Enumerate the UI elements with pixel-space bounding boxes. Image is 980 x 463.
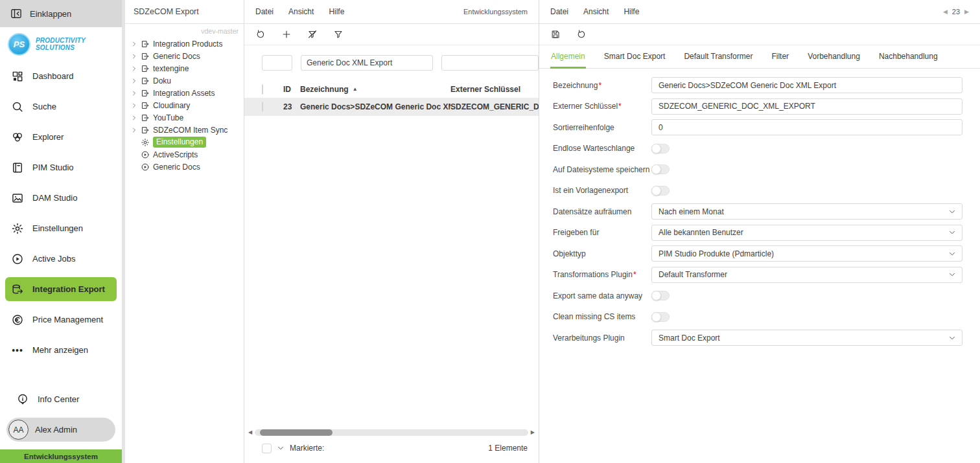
tree-node-youtube[interactable]: YouTube: [131, 111, 244, 124]
endlose-warteschlange-toggle[interactable]: [651, 144, 670, 153]
scrollbar-thumb[interactable]: [260, 429, 332, 436]
add-button[interactable]: [281, 29, 292, 40]
tab-filter[interactable]: Filter: [771, 49, 789, 69]
tree-node-textengine[interactable]: textengine: [131, 62, 244, 74]
tree-node-activescripts[interactable]: ActiveScripts: [131, 148, 244, 161]
scroll-left-arrow[interactable]: ◀: [248, 430, 252, 435]
chevron-right-icon[interactable]: [131, 115, 137, 121]
tab-nachbehandlung[interactable]: Nachbehandlung: [878, 49, 939, 69]
chevron-right-icon[interactable]: [131, 78, 137, 84]
tree-node-doku[interactable]: Doku: [131, 74, 244, 87]
sidebar-item-price-management[interactable]: Price Management: [5, 304, 117, 335]
field-label-text: Endlose Warteschlange: [553, 144, 635, 153]
form-row-ist-ein-vorlagenexport: Ist ein Vorlagenexport: [553, 183, 962, 199]
column-header-bezeichnung[interactable]: Bezeichnung ▲: [300, 85, 450, 94]
freigeben-fuer-select[interactable]: Alle bekannten Benutzer: [651, 225, 962, 241]
sidebar-item-dam-studio[interactable]: DAM Studio: [5, 183, 117, 213]
detail-menubar: Datei Ansicht Hilfe ◀ 23 ▶: [539, 0, 980, 24]
sidebar-item-label: Mehr anzeigen: [32, 345, 88, 355]
menu-ansicht[interactable]: Ansicht: [288, 7, 314, 16]
book-icon: [11, 161, 24, 174]
menu-hilfe[interactable]: Hilfe: [329, 7, 344, 16]
column-header-id[interactable]: ID: [283, 85, 300, 94]
tab-default-transformer[interactable]: Default Transformer: [683, 49, 753, 69]
tab-smart-doc-export[interactable]: Smart Doc Export: [603, 49, 666, 69]
filter-bezeichnung-input[interactable]: [301, 55, 433, 71]
sidebar-item-info-center[interactable]: Info Center: [10, 384, 111, 414]
list-menubar: Datei Ansicht Hilfe Entwicklungssystem: [244, 0, 539, 24]
sidebar-item-integration-export[interactable]: Integration Export: [5, 277, 117, 301]
scrollbar-track[interactable]: [255, 429, 528, 436]
chevron-down-icon[interactable]: [277, 444, 285, 452]
tree-node-label: Generic Docs: [153, 52, 200, 61]
chevron-right-icon[interactable]: [131, 53, 137, 60]
previous-record-icon[interactable]: ◀: [943, 8, 948, 15]
chevron-right-icon[interactable]: [131, 127, 137, 133]
form-row-clean-missing-cs-items: Clean missing CS items: [553, 309, 962, 325]
horizontal-scrollbar[interactable]: ◀ ▶: [248, 428, 535, 437]
filter-id-input[interactable]: [262, 55, 292, 71]
ist-ein-vorlagenexport-toggle[interactable]: [651, 186, 670, 196]
tree-node-generic-docs[interactable]: Generic Docs: [131, 50, 244, 62]
datensaetze-aufraeumen-select[interactable]: Nach einem Monat: [651, 203, 962, 220]
export-node-icon: [141, 64, 150, 73]
user-menu[interactable]: AA Alex Admin: [6, 418, 115, 442]
sort-ascending-icon: ▲: [353, 86, 358, 92]
filter-button[interactable]: [333, 29, 344, 40]
next-record-icon[interactable]: ▶: [964, 8, 969, 15]
toggle-knob: [651, 164, 661, 174]
field-label-text: Datensätze aufräumen: [553, 207, 631, 216]
externer-schluessel-input[interactable]: [651, 98, 962, 115]
tree-node-integration-products[interactable]: Integration Products: [131, 38, 244, 50]
toggle-knob: [651, 144, 661, 153]
filter-externer-schluessel-input[interactable]: [441, 55, 539, 71]
chevron-right-icon[interactable]: [131, 102, 137, 109]
menu-datei[interactable]: Datei: [550, 7, 568, 16]
chevron-right-icon[interactable]: [131, 41, 137, 47]
chevron-right-icon[interactable]: [131, 90, 137, 96]
verarbeitungs-plugin-select[interactable]: Smart Doc Export: [651, 330, 962, 346]
sidebar-item-einstellungen[interactable]: Einstellungen: [5, 213, 117, 243]
chevron-down-icon: [948, 229, 956, 236]
scroll-right-arrow[interactable]: ▶: [531, 430, 535, 435]
tree-node-label: Integration Assets: [153, 89, 215, 98]
branch-name: vdev-master: [125, 24, 244, 36]
menu-hilfe[interactable]: Hilfe: [624, 7, 639, 16]
sidebar-item-mehr-anzeigen[interactable]: ••• Mehr anzeigen: [5, 335, 117, 365]
sortierreihenfolge-input[interactable]: [651, 119, 962, 135]
bezeichnung-input[interactable]: [651, 77, 962, 93]
tree-node-integration-assets[interactable]: Integration Assets: [131, 87, 244, 99]
tree-node-generic-docs-script[interactable]: Generic Docs: [131, 161, 244, 173]
clear-filter-button[interactable]: [307, 29, 318, 40]
objekttyp-select[interactable]: PIM Studio Produkte (Pdmarticle): [651, 245, 962, 262]
sidebar-item-dashboard[interactable]: Dashboard: [5, 61, 117, 91]
clean-missing-cs-items-toggle[interactable]: [651, 312, 670, 322]
sidebar-item-active-jobs[interactable]: Active Jobs: [5, 243, 117, 274]
tab-vorbehandlung[interactable]: Vorbehandlung: [807, 49, 861, 69]
sidebar-item-suche[interactable]: Suche: [5, 91, 117, 122]
save-button[interactable]: [550, 29, 561, 40]
export-same-data-anyway-toggle[interactable]: [651, 291, 670, 300]
row-checkbox[interactable]: [262, 102, 263, 112]
tree-node-einstellungen[interactable]: Einstellungen: [131, 136, 244, 148]
tab-allgemein[interactable]: Allgemein: [550, 49, 586, 69]
refresh-button[interactable]: [255, 29, 266, 40]
marked-checkbox[interactable]: [262, 444, 272, 453]
sidebar-item-pim-studio[interactable]: PIM Studio: [5, 152, 117, 183]
select-all-checkbox[interactable]: [262, 84, 263, 95]
table-header: ID Bezeichnung ▲ Externer Schlüssel: [244, 80, 539, 98]
collapse-sidebar-button[interactable]: Einklappen: [0, 0, 122, 27]
chevron-right-icon[interactable]: [131, 65, 137, 72]
menu-ansicht[interactable]: Ansicht: [583, 7, 609, 16]
auf-dateisysteme-speichern-toggle[interactable]: [651, 164, 670, 174]
toggle-knob: [651, 291, 661, 300]
tree-node-cloudinary[interactable]: Cloudinary: [131, 99, 244, 111]
sidebar-item-explorer[interactable]: Explorer: [5, 122, 117, 152]
tree-node-sdzecom-item-sync[interactable]: SDZeCOM Item Sync: [131, 124, 244, 136]
table-row[interactable]: 23 Generic Docs>SDZeCOM Generic Doc XML …: [244, 98, 539, 116]
form-row-verarbeitungs-plugin: Verarbeitungs Plugin Smart Doc Export: [553, 330, 962, 346]
transformations-plugin-select[interactable]: Default Transformer: [651, 267, 962, 283]
refresh-button[interactable]: [576, 29, 587, 40]
column-header-externer-schluessel[interactable]: Externer Schlüssel: [450, 85, 539, 94]
menu-datei[interactable]: Datei: [255, 7, 274, 16]
